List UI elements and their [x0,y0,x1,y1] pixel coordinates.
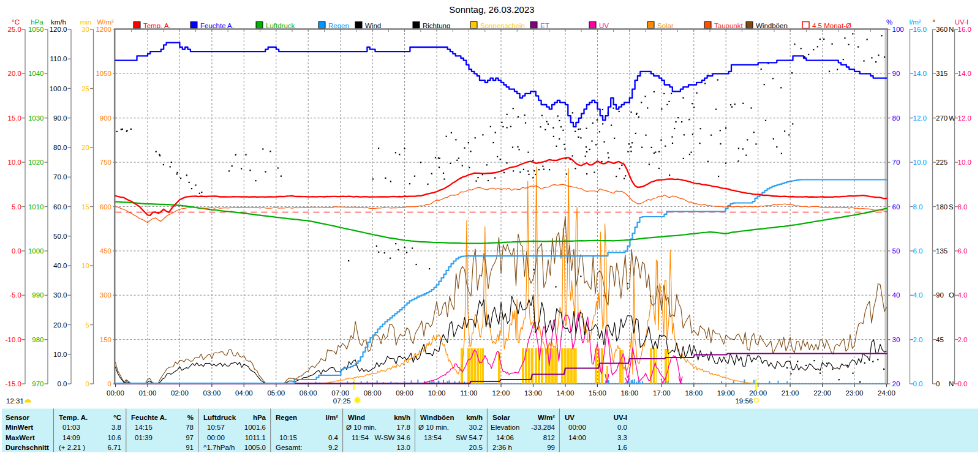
svg-text:Solar: Solar [492,414,510,421]
svg-text:5.0: 5.0 [12,203,21,211]
svg-text:40.0: 40.0 [53,262,67,269]
svg-text:315: 315 [936,70,948,77]
svg-text:6.0: 6.0 [913,247,923,255]
svg-text:-33.284: -33.284 [531,424,556,431]
svg-text:100: 100 [892,26,904,33]
svg-text:14:00: 14:00 [568,434,586,441]
svg-text:150: 150 [100,336,111,343]
svg-text:300: 300 [100,291,111,299]
svg-text:0.0: 0.0 [913,380,923,387]
svg-text:km/h: km/h [51,18,66,26]
svg-text:UV-I: UV-I [614,414,627,421]
svg-text:13:00: 13:00 [524,389,542,397]
svg-text:07:25: 07:25 [333,397,351,405]
svg-text:0.0: 0.0 [12,247,21,255]
svg-text:8.0: 8.0 [958,203,968,211]
svg-text:1020: 1020 [28,159,44,166]
svg-text:14:15: 14:15 [135,424,153,431]
svg-text:00:00: 00:00 [207,434,225,441]
svg-text:W/m²: W/m² [538,414,555,421]
svg-text:1005.0: 1005.0 [244,444,266,451]
svg-text:hPa: hPa [253,414,266,421]
svg-text:SW 54.7: SW 54.7 [456,434,483,441]
svg-text:10.6: 10.6 [108,434,121,441]
svg-text:km/h: km/h [466,414,483,421]
svg-text:17.8: 17.8 [397,424,410,431]
svg-text:Wind: Wind [348,414,365,421]
svg-text:Temp. A.: Temp. A. [143,22,171,29]
svg-text:10:15: 10:15 [279,434,297,441]
svg-text:20:00: 20:00 [749,389,767,397]
svg-text:Taupunkt: Taupunkt [714,22,743,29]
svg-text:Wind: Wind [365,22,381,29]
svg-text:20.5: 20.5 [469,444,483,451]
svg-text:50.0: 50.0 [53,233,67,240]
svg-text:225: 225 [936,159,948,166]
svg-text:%: % [187,414,194,421]
svg-text:80: 80 [892,114,900,122]
svg-text:270: 270 [936,114,948,122]
svg-text:Luftdruck: Luftdruck [203,414,236,421]
svg-text:Windböen: Windböen [756,22,788,29]
svg-text:45: 45 [936,336,944,343]
svg-text:14.0: 14.0 [913,70,927,77]
svg-text:2.0: 2.0 [913,336,923,343]
svg-text:16.0: 16.0 [958,26,971,33]
svg-text:60: 60 [892,203,900,211]
svg-text:750: 750 [100,159,111,166]
svg-text:Ø 10 min.: Ø 10 min. [346,424,377,431]
svg-text:900: 900 [100,114,111,122]
svg-text:40: 40 [892,291,900,299]
svg-text:50: 50 [892,247,900,255]
svg-text:2:36 h: 2:36 h [492,444,512,451]
svg-text:990: 990 [32,291,43,299]
svg-text:l/m²: l/m² [909,18,921,26]
svg-text:450: 450 [100,247,111,255]
svg-text:Feuchte A.: Feuchte A. [200,22,234,29]
svg-text:S: S [949,203,954,211]
svg-text:%: % [886,18,892,26]
svg-text:09:00: 09:00 [396,389,413,397]
svg-text:2.0: 2.0 [958,336,968,343]
svg-text:W/m²: W/m² [97,18,114,26]
svg-text:01:03: 01:03 [62,424,80,431]
svg-text:25: 25 [81,85,89,92]
svg-text:19:00: 19:00 [717,389,735,397]
svg-text:1040: 1040 [28,70,44,77]
svg-text:10:00: 10:00 [428,389,446,397]
svg-text:Solar: Solar [657,22,674,29]
svg-text:14:06: 14:06 [496,434,514,441]
svg-text:812: 812 [543,434,555,441]
svg-text:6.0: 6.0 [958,247,968,255]
svg-text:25.0: 25.0 [8,26,21,33]
svg-text:70: 70 [892,159,900,166]
svg-text:km/h: km/h [394,414,410,421]
svg-text:78: 78 [186,424,194,431]
svg-text:Luftdruck: Luftdruck [266,22,295,29]
svg-text:0: 0 [108,380,111,387]
svg-text:30.2: 30.2 [469,424,483,431]
svg-text:30.0: 30.0 [53,291,67,299]
svg-text:60.0: 60.0 [53,203,67,211]
svg-text:135: 135 [936,247,948,255]
svg-text:(+ 2.21 ): (+ 2.21 ) [59,444,85,451]
svg-text:10.0: 10.0 [958,159,971,166]
svg-text:-5.0: -5.0 [9,291,21,299]
svg-text:00:00: 00:00 [568,424,586,431]
svg-text:Windböen: Windböen [420,414,454,421]
svg-text:02:00: 02:00 [171,389,189,397]
svg-text:15:00: 15:00 [589,389,606,397]
svg-text:Sensor: Sensor [6,414,30,421]
svg-text:8.0: 8.0 [913,203,923,211]
svg-text:04:00: 04:00 [235,389,253,397]
svg-text:980: 980 [32,336,43,343]
svg-text:4.0: 4.0 [913,291,923,299]
svg-text:UV-I: UV-I [955,18,968,26]
svg-text:Ø 10 min.: Ø 10 min. [418,424,449,431]
svg-text:01:39: 01:39 [135,434,153,441]
svg-text:15.0: 15.0 [8,114,21,122]
svg-text:hPa: hPa [31,18,43,26]
svg-text:5: 5 [86,321,89,329]
svg-text:12.0: 12.0 [958,114,971,122]
svg-text:10.0: 10.0 [913,159,927,166]
